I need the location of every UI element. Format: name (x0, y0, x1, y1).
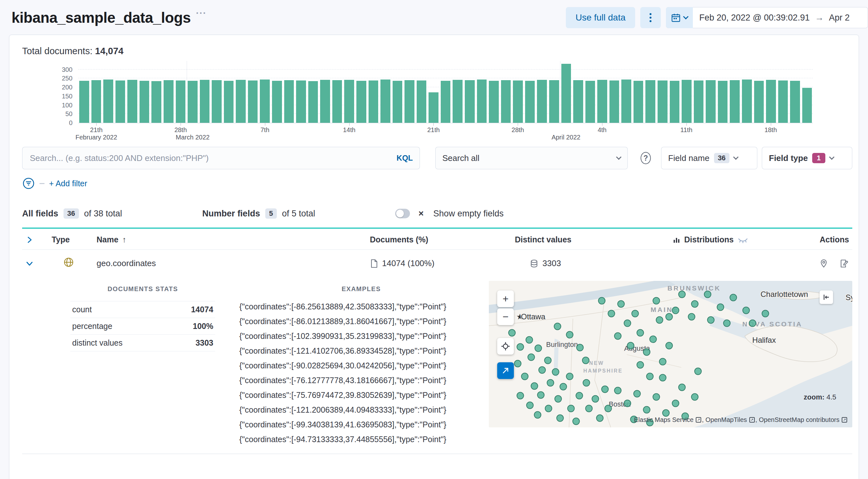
example-value: {"coordinates":[-94.73133333,37.44855556… (239, 432, 483, 447)
more-options-button[interactable] (640, 7, 661, 28)
geo-point-marker (618, 301, 624, 308)
number-fields-label: Number fields (203, 209, 260, 219)
histogram-bar (670, 81, 680, 123)
geo-point-marker (627, 343, 634, 349)
use-full-data-button[interactable]: Use full data (566, 7, 635, 28)
chevron-down-icon (25, 259, 34, 268)
view-in-maps-button[interactable] (819, 259, 829, 268)
geo-point-marker (517, 344, 524, 350)
example-value: {"coordinates":[-75.76974472,39.83052639… (239, 388, 483, 403)
document-count-chart[interactable]: 050100150200250300 21thFebruary 202228th… (22, 61, 852, 142)
date-start[interactable]: Feb 20, 2022 @ 00:39:02.91 (699, 13, 810, 23)
examples-list: {"coordinates":[-86.25613889,42.35083333… (239, 299, 483, 447)
map-canvas: BRUNSWICKCharlottetownMAINE★OttawaNOVA S… (489, 281, 852, 427)
histogram-bar (525, 81, 535, 123)
x-tick (771, 123, 771, 126)
geo-point-marker (531, 383, 538, 389)
histogram-bar (766, 80, 776, 123)
title-options-icon[interactable]: ··· (196, 8, 207, 19)
geo-point-marker (573, 418, 580, 425)
geo-point-marker (566, 373, 573, 380)
date-range-text[interactable]: Feb 20, 2022 @ 00:39:02.91 → Apr 2 (693, 12, 850, 23)
histogram-bar (513, 81, 523, 123)
external-link-icon[interactable]: ↗ (749, 417, 755, 422)
x-axis-day-label: 28th (512, 126, 524, 134)
geo-point-marker (637, 362, 644, 369)
examples-title: EXAMPLES (239, 285, 483, 293)
add-filter-link[interactable]: + Add filter (49, 179, 87, 188)
external-link-icon[interactable]: ↗ (696, 417, 701, 422)
histogram-bar (802, 88, 812, 123)
map-locate-button[interactable] (497, 338, 514, 355)
histogram-bar (778, 81, 788, 123)
quick-select-button[interactable] (666, 7, 693, 28)
column-distributions-label: Distributions (684, 235, 734, 244)
x-axis-day-label: 21th (427, 126, 440, 134)
expand-all-button[interactable] (22, 236, 52, 244)
map-pin-icon (819, 259, 829, 268)
field-name-filter-button[interactable]: Field name 36 (661, 147, 757, 169)
map-attribution: Elastic Maps Service↗, OpenMapTiles↗, Op… (634, 416, 848, 423)
x-tick (181, 123, 181, 126)
geo-point-marker (539, 367, 546, 374)
field-type-filter-button[interactable]: Field type 1 (762, 147, 852, 169)
field-row-geo-coordinates[interactable]: geo.coordinates 14074 (100%) 3303 (22, 250, 852, 277)
attribution-link[interactable]: OpenMapTiles (705, 416, 747, 423)
geo-point-marker (528, 354, 535, 361)
documents-stats-section: DOCUMENTS STATS count14074percentage100%… (70, 277, 215, 351)
histogram-bar (344, 80, 354, 123)
map-legend-toggle-button[interactable] (819, 290, 833, 304)
documents-stats-table: count14074percentage100%distinct values3… (70, 301, 215, 351)
total-documents-label: Total documents: (22, 46, 92, 56)
field-name-label: Field name (668, 153, 710, 163)
show-empty-fields-toggle[interactable] (395, 209, 410, 218)
help-button[interactable]: ? (639, 151, 653, 165)
map-zoom-out-button[interactable]: − (497, 309, 514, 325)
eye-closed-icon[interactable] (738, 236, 748, 244)
histogram-bar (621, 79, 631, 123)
geo-point-marker (672, 307, 679, 314)
geo-point-marker (517, 392, 524, 399)
search-scope-select[interactable]: Search all (435, 147, 628, 169)
histogram-bar (537, 80, 547, 123)
document-icon (370, 259, 378, 268)
field-name[interactable]: geo.coordinates (88, 258, 370, 268)
map-zoom-in-button[interactable]: + (497, 290, 514, 307)
histogram-bar (549, 80, 559, 123)
map-label: Ottawa (521, 312, 546, 321)
page-header: kibana_sample_data_logs ··· Use full dat… (0, 0, 868, 35)
x-axis-day-label: 18th (765, 126, 777, 134)
collapse-row-button[interactable] (22, 259, 52, 268)
histogram-bar (610, 81, 619, 123)
stat-label: distinct values (72, 338, 123, 348)
histogram-bar (658, 81, 668, 123)
date-range-picker[interactable]: Feb 20, 2022 @ 00:39:02.91 → Apr 2 (666, 7, 868, 28)
geo-point-globe-icon (63, 257, 74, 268)
edit-field-button[interactable] (839, 259, 849, 268)
filter-icon[interactable] (22, 177, 35, 190)
example-value: {"coordinates":[-99.34038139,41.63695083… (239, 417, 483, 432)
search-input[interactable] (29, 153, 391, 163)
all-fields-total: of 38 total (84, 209, 122, 219)
stat-row: percentage100% (70, 318, 215, 335)
geo-point-marker (586, 405, 592, 412)
stat-label: percentage (72, 322, 112, 331)
geo-point-marker (650, 336, 657, 343)
kql-button[interactable]: KQL (397, 154, 413, 163)
map-expand-button[interactable] (497, 362, 514, 379)
map-label: NEW (589, 360, 604, 366)
date-end[interactable]: Apr 2 (829, 13, 850, 23)
histogram-plot[interactable]: 050100150200250300 (78, 61, 813, 123)
attribution-link[interactable]: OpenStreetMap contributors (759, 416, 839, 423)
external-link-icon[interactable]: ↗ (842, 417, 847, 422)
histogram-bar (332, 80, 342, 123)
column-name[interactable]: Name ↑ (88, 235, 370, 244)
attribution-link[interactable]: Elastic Maps Service (634, 416, 694, 423)
histogram-bar (127, 80, 137, 123)
coordinates-map[interactable]: BRUNSWICKCharlottetownMAINE★OttawaNOVA S… (489, 281, 852, 427)
histogram-bar (501, 80, 511, 123)
stat-value: 3303 (195, 338, 213, 348)
histogram-bar (393, 81, 403, 123)
field-type-icon-cell (52, 257, 88, 270)
chevron-down-icon (616, 155, 622, 160)
